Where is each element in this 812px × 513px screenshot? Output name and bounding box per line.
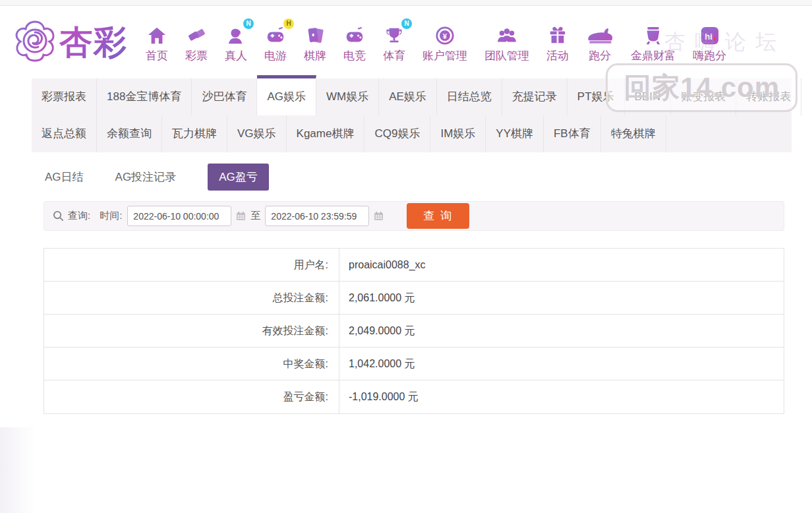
- tab-fandian-zonge[interactable]: 返点总额: [32, 115, 97, 152]
- query-label: 查询:: [68, 210, 90, 222]
- tabs-row-1: 彩票报表 188金宝博体育 沙巴体育 AG娱乐 WM娱乐 AE娱乐 日结总览 充…: [32, 78, 792, 115]
- esports-gamepad-icon: [344, 22, 365, 45]
- header: 杏彩 首页 彩票 N 真人: [0, 6, 812, 78]
- tab-chongti-jilu[interactable]: 充提记录: [502, 78, 567, 115]
- content: 彩票报表 188金宝博体育 沙巴体育 AG娱乐 WM娱乐 AE娱乐 日结总览 充…: [32, 78, 792, 414]
- tab-zhuanzhang-baobiao[interactable]: 转账报表: [736, 78, 801, 115]
- gamepad-icon: H: [265, 22, 286, 45]
- tab-shaba-tiyu[interactable]: 沙巴体育: [192, 78, 257, 115]
- row-value: 1,042.0000 元: [339, 347, 784, 380]
- nav-item-esports[interactable]: 电竞: [343, 22, 366, 63]
- home-icon: [147, 22, 167, 45]
- nav-item-account[interactable]: ¥ 账户管理: [422, 22, 467, 63]
- brand-logo[interactable]: 杏彩: [13, 19, 128, 65]
- team-icon: [496, 22, 517, 45]
- tab-caipiao-baobiao[interactable]: 彩票报表: [32, 78, 97, 115]
- page: 杏彩 首页 彩票 N 真人: [0, 0, 812, 513]
- date-from-input[interactable]: [127, 206, 231, 226]
- subtab-ag-rijie[interactable]: AG日结: [45, 169, 84, 185]
- tab-ae-yule[interactable]: AE娱乐: [379, 78, 437, 115]
- row-value: -1,019.0000 元: [339, 380, 784, 413]
- tab-wali-qipai[interactable]: 瓦力棋牌: [162, 115, 227, 152]
- gift-icon: [548, 22, 567, 45]
- tab-ag-yule[interactable]: AG娱乐: [257, 75, 316, 115]
- nav-item-home[interactable]: 首页: [146, 22, 168, 63]
- tab-kgame-qipai[interactable]: Kgame棋牌: [287, 115, 365, 152]
- query-bar: 查询: 时间: 至 查 询: [44, 201, 784, 231]
- subtab-ag-touzhu-jilu[interactable]: AG投注记录: [115, 169, 177, 185]
- nav-item-sports[interactable]: N 体育: [383, 22, 405, 63]
- query-button[interactable]: 查 询: [407, 203, 469, 229]
- tab-zhangbian-baobiao[interactable]: 账变报表: [671, 78, 736, 115]
- brand-name: 杏彩: [59, 20, 128, 65]
- cards-icon: [306, 22, 324, 45]
- calendar-icon[interactable]: [236, 211, 246, 221]
- nav-item-lottery[interactable]: 彩票: [185, 22, 208, 63]
- subtabs: AG日结 AG投注记录 AG盈亏: [32, 158, 792, 196]
- badge-n: N: [243, 18, 254, 29]
- calendar-icon[interactable]: [374, 211, 384, 221]
- tab-188jinbaobo-tiyu[interactable]: 188金宝博体育: [97, 78, 192, 115]
- live-person-icon: N: [226, 22, 246, 45]
- nav-item-live[interactable]: N 真人: [225, 22, 247, 63]
- table-row-valid-bet: 有效投注金额: 2,049.0000 元: [44, 315, 784, 347]
- bottom-left-decor: [0, 427, 36, 513]
- tab-vg-yule[interactable]: VG娱乐: [227, 115, 287, 152]
- subtab-ag-yingkui[interactable]: AG盈亏: [208, 164, 269, 191]
- tab-yy-qipai[interactable]: YY棋牌: [486, 115, 544, 152]
- nav-item-hipaofen[interactable]: hi 嗨跑分: [693, 22, 726, 63]
- row-value: proaicai0088_xc: [339, 249, 784, 281]
- tab-wm-yule[interactable]: WM娱乐: [316, 78, 379, 115]
- table-row-username: 用户名: proaicai0088_xc: [44, 249, 784, 282]
- nav-item-paofen[interactable]: 跑分: [586, 22, 614, 63]
- trophy-icon: N: [384, 22, 404, 45]
- svg-text:¥: ¥: [443, 32, 448, 40]
- tab-pt-yule[interactable]: PT娱乐: [567, 78, 625, 115]
- time-label: 时间:: [100, 210, 122, 222]
- row-label: 总投注金额:: [44, 282, 339, 314]
- table-row-total-bet: 总投注金额: 2,061.0000 元: [44, 282, 784, 315]
- hi-app-icon: hi: [700, 22, 720, 45]
- row-label: 有效投注金额:: [44, 315, 339, 347]
- tab-tetu-qipai[interactable]: 特兔棋牌: [601, 115, 666, 152]
- nav-item-team[interactable]: 团队管理: [484, 22, 529, 63]
- table-row-profit-loss: 盈亏金额: -1,019.0000 元: [44, 380, 784, 413]
- row-value: 2,061.0000 元: [339, 282, 784, 314]
- wealth-ding-icon: [643, 22, 663, 45]
- nav-item-cards[interactable]: 棋牌: [304, 22, 326, 63]
- tab-fb-tiyu[interactable]: FB体育: [544, 115, 601, 152]
- row-label: 盈亏金额:: [44, 380, 339, 413]
- search-icon: [53, 210, 64, 222]
- account-coin-icon: ¥: [435, 22, 455, 45]
- main-nav: 首页 彩票 N 真人 H 电游: [137, 22, 735, 63]
- nav-item-wealth[interactable]: 金鼎财富: [631, 22, 676, 63]
- tab-rijie-zonglan[interactable]: 日结总览: [437, 78, 502, 115]
- nav-item-egames[interactable]: H 电游: [264, 22, 287, 63]
- nav-item-activity[interactable]: 活动: [546, 22, 569, 63]
- tab-bbin[interactable]: BBIN: [625, 78, 672, 115]
- row-label: 用户名:: [44, 249, 339, 281]
- svg-text:hi: hi: [705, 31, 712, 41]
- date-to-input[interactable]: [265, 206, 369, 226]
- badge-n: N: [401, 18, 412, 29]
- row-value: 2,049.0000 元: [339, 315, 784, 347]
- tab-im-yule[interactable]: IM娱乐: [430, 115, 486, 152]
- rhino-icon: [586, 22, 614, 45]
- row-label: 中奖金额:: [44, 347, 339, 380]
- table-row-win-amount: 中奖金额: 1,042.0000 元: [44, 347, 784, 380]
- report-table: 用户名: proaicai0088_xc 总投注金额: 2,061.0000 元…: [44, 248, 784, 414]
- top-strip: [0, 0, 812, 6]
- tabs-row-2: 返点总额 余额查询 瓦力棋牌 VG娱乐 Kgame棋牌 CQ9娱乐 IM娱乐 Y…: [32, 115, 792, 152]
- tab-yue-chaxun[interactable]: 余额查询: [97, 115, 162, 152]
- to-label: 至: [250, 210, 260, 222]
- brand-flower-icon: [13, 19, 57, 65]
- tab-cq9-yule[interactable]: CQ9娱乐: [364, 115, 430, 152]
- ticket-icon: [187, 22, 206, 45]
- badge-h: H: [283, 18, 294, 29]
